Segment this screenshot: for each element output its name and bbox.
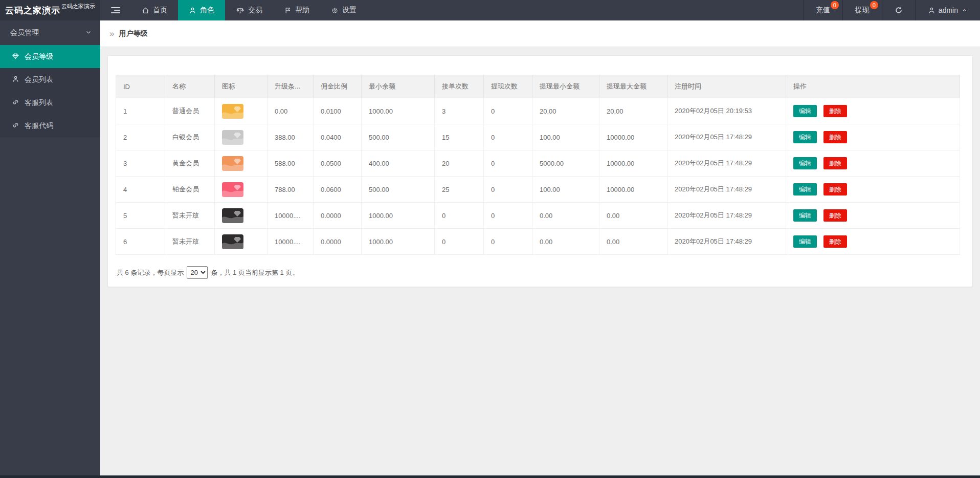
sidebar-item-label: 会员列表 — [25, 75, 53, 84]
cell-withdraw-count: 0 — [484, 177, 532, 203]
sidebar-group-label: 会员管理 — [10, 28, 39, 37]
cell-commission: 0.0400 — [314, 124, 362, 150]
sidebar-item-member-level[interactable]: 会员等级 — [0, 45, 100, 68]
cell-name: 暂未开放 — [165, 203, 215, 229]
sidebar-toggle-button[interactable] — [100, 0, 131, 20]
cell-reg-time: 2020年02月05日 17:48:29 — [667, 229, 786, 255]
nav-item-help[interactable]: 帮助 — [273, 0, 320, 20]
table-header-row: ID 名称 图标 升级条... 佣金比例 最小余额 接单次数 提现次数 提现最小… — [116, 75, 960, 98]
cell-name: 普通会员 — [165, 98, 215, 124]
cell-actions: 编辑 删除 — [786, 150, 960, 177]
member-card-icon — [222, 104, 243, 119]
table-body: 1 普通会员 0.00 0.0100 1000.00 3 0 20.00 20.… — [116, 98, 960, 255]
delete-button[interactable]: 删除 — [823, 105, 847, 117]
edit-button[interactable]: 编辑 — [793, 131, 817, 143]
cell-withdraw-max: 20.00 — [599, 98, 667, 124]
cell-commission: 0.0000 — [314, 229, 362, 255]
cell-commission: 0.0100 — [314, 98, 362, 124]
edit-button[interactable]: 编辑 — [793, 105, 817, 117]
delete-button[interactable]: 删除 — [823, 235, 847, 248]
table-row: 3 黄金会员 588.00 0.0500 400.00 20 0 5000.00… — [116, 150, 960, 177]
user-menu[interactable]: admin — [915, 0, 980, 20]
cell-min-balance: 1000.00 — [362, 203, 435, 229]
cell-upgrade: 10000.... — [268, 229, 314, 255]
table-row: 4 铂金会员 788.00 0.0600 500.00 25 0 100.00 … — [116, 177, 960, 203]
edit-button[interactable]: 编辑 — [793, 157, 817, 169]
cell-id: 6 — [116, 229, 165, 255]
chevron-down-icon — [85, 29, 92, 37]
cell-id: 5 — [116, 203, 165, 229]
sidebar-item-service-list[interactable]: 客服列表 — [0, 91, 100, 114]
cell-upgrade: 788.00 — [268, 177, 314, 203]
cell-orders: 25 — [435, 177, 484, 203]
breadcrumb: » 用户等级 — [100, 20, 980, 47]
nav-item-label: 帮助 — [295, 6, 309, 15]
app-logo: 云码之家演示 云码之家演示 — [0, 0, 100, 20]
cell-id: 2 — [116, 124, 165, 150]
cell-icon — [215, 98, 268, 124]
table-row: 5 暂未开放 10000.... 0.0000 1000.00 0 0 0.00… — [116, 203, 960, 229]
cell-reg-time: 2020年02月05日 17:48:29 — [667, 177, 786, 203]
cell-name: 铂金会员 — [165, 177, 215, 203]
cell-withdraw-max: 10000.00 — [599, 177, 667, 203]
nav-item-label: 设置 — [342, 6, 357, 15]
cell-icon — [215, 229, 268, 255]
nav-item-recharge[interactable]: 充值 0 — [803, 0, 842, 20]
delete-button[interactable]: 删除 — [823, 209, 847, 222]
cell-name: 白银会员 — [165, 124, 215, 150]
sidebar-item-service-code[interactable]: 客服代码 — [0, 114, 100, 137]
menu-icon — [111, 7, 120, 13]
table-row: 6 暂未开放 10000.... 0.0000 1000.00 0 0 0.00… — [116, 229, 960, 255]
sidebar: 会员管理 会员等级 会员列表 客服列表 客服代码 — [0, 20, 100, 478]
top-navbar: 云码之家演示 云码之家演示 首页 角色 交易 — [0, 0, 980, 20]
edit-button[interactable]: 编辑 — [793, 183, 817, 195]
cell-icon — [215, 124, 268, 150]
sidebar-item-label: 客服列表 — [25, 98, 53, 107]
sidebar-group-member-management[interactable]: 会员管理 — [0, 20, 100, 45]
edit-button[interactable]: 编辑 — [793, 235, 817, 248]
table-row: 1 普通会员 0.00 0.0100 1000.00 3 0 20.00 20.… — [116, 98, 960, 124]
cell-reg-time: 2020年02月05日 17:48:29 — [667, 203, 786, 229]
cell-actions: 编辑 删除 — [786, 177, 960, 203]
per-page-select[interactable]: 20 — [187, 266, 208, 279]
delete-button[interactable]: 删除 — [823, 157, 847, 169]
member-card-icon — [222, 156, 243, 171]
cell-actions: 编辑 删除 — [786, 203, 960, 229]
username: admin — [939, 6, 958, 14]
refresh-button[interactable] — [882, 0, 915, 20]
scales-icon — [236, 7, 244, 14]
nav-item-withdraw[interactable]: 提现 0 — [842, 0, 882, 20]
sidebar-item-member-list[interactable]: 会员列表 — [0, 68, 100, 91]
column-header-actions: 操作 — [786, 75, 960, 98]
nav-item-trade[interactable]: 交易 — [225, 0, 273, 20]
column-header-name: 名称 — [165, 75, 215, 98]
nav-item-home[interactable]: 首页 — [131, 0, 178, 20]
cell-withdraw-max: 10000.00 — [599, 124, 667, 150]
refresh-icon — [895, 6, 903, 14]
delete-button[interactable]: 删除 — [823, 183, 847, 195]
app-title: 云码之家演示 — [5, 5, 60, 16]
sidebar-submenu: 会员等级 会员列表 客服列表 客服代码 — [0, 45, 100, 137]
delete-button[interactable]: 删除 — [823, 131, 847, 143]
cell-reg-time: 2020年02月05日 17:48:29 — [667, 150, 786, 177]
cell-id: 3 — [116, 150, 165, 177]
cell-withdraw-count: 0 — [484, 229, 532, 255]
edit-button[interactable]: 编辑 — [793, 209, 817, 222]
column-header-orders: 接单次数 — [435, 75, 484, 98]
nav-item-label: 交易 — [248, 6, 262, 15]
link-icon — [12, 98, 19, 107]
bottom-bar — [0, 475, 980, 478]
cell-withdraw-count: 0 — [484, 150, 532, 177]
column-header-id: ID — [116, 75, 165, 98]
cell-withdraw-count: 0 — [484, 203, 532, 229]
column-header-icon: 图标 — [215, 75, 268, 98]
sidebar-item-label: 会员等级 — [25, 52, 53, 61]
pagination-suffix: 条，共 1 页当前显示第 1 页。 — [211, 268, 299, 277]
cell-id: 4 — [116, 177, 165, 203]
cell-min-balance: 400.00 — [362, 150, 435, 177]
home-icon — [142, 7, 149, 14]
nav-item-role[interactable]: 角色 — [178, 0, 225, 20]
main-nav: 首页 角色 交易 帮助 设置 — [100, 0, 367, 20]
cell-id: 1 — [116, 98, 165, 124]
nav-item-settings[interactable]: 设置 — [320, 0, 367, 20]
